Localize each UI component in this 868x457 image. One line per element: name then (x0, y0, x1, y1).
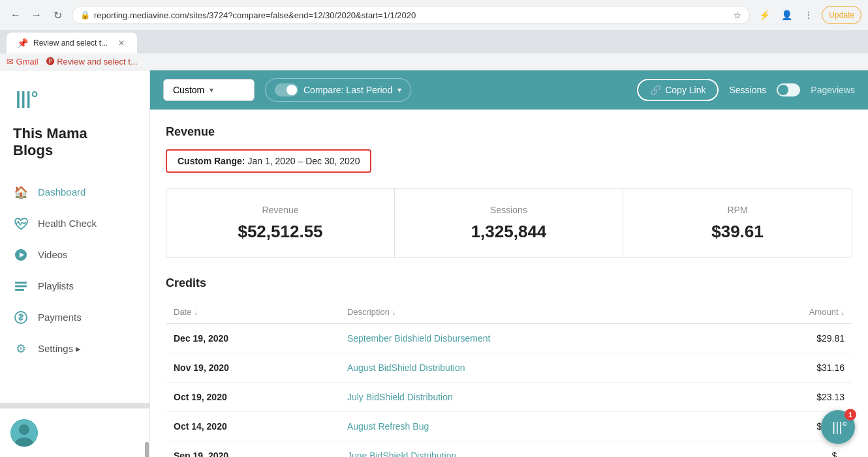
tab-close-button[interactable]: ✕ (118, 38, 125, 48)
scrollbar-thumb (145, 442, 149, 457)
logo-icon: |||° (13, 83, 42, 112)
cell-date-0: Dec 19, 2020 (166, 324, 339, 353)
refresh-button[interactable]: ↻ (48, 6, 67, 24)
address-bar[interactable]: 🔒 reporting.mediavine.com/sites/3724?com… (72, 6, 750, 24)
cell-desc-1[interactable]: August BidShield Distribution (339, 353, 728, 383)
date-range-badge-label: Custom Range: (178, 156, 245, 166)
sidebar-logo: |||° (0, 70, 149, 125)
pageviews-label: Pageviews (811, 85, 855, 95)
date-range-badge: Custom Range: Jan 1, 2020 – Dec 30, 2020 (166, 149, 371, 173)
cell-desc-3[interactable]: August Refresh Bug (339, 412, 728, 441)
browser-toolbar: ← → ↻ 🔒 reporting.mediavine.com/sites/37… (0, 0, 868, 30)
account-button[interactable]: 👤 (777, 6, 796, 24)
date-range-value: Custom (173, 85, 204, 95)
table-row: Oct 14, 2020 August Refresh Bug $17.44 (166, 412, 852, 441)
forward-button[interactable]: → (27, 6, 46, 24)
credits-table-body: Dec 19, 2020 September Bidshield Disburs… (166, 324, 852, 458)
stat-label-revenue: Revenue (182, 205, 379, 215)
sidebar-item-videos[interactable]: Videos (0, 239, 149, 271)
svg-rect-6 (15, 289, 24, 291)
sidebar-item-settings[interactable]: ⚙ Settings ▸ (0, 333, 149, 364)
stat-card-sessions: Sessions 1,325,844 (395, 189, 623, 258)
tab-favicon: 📌 (17, 38, 28, 48)
main-content: Custom ▾ Compare: Last Period ▾ 🔗 Copy L… (150, 70, 868, 457)
stats-grid: Revenue $52,512.55 Sessions 1,325,844 RP… (166, 188, 852, 258)
cell-desc-2[interactable]: July BidShield Distribution (339, 383, 728, 412)
star-icon[interactable]: ☆ (734, 10, 741, 20)
site-name: This Mama Blogs (13, 125, 136, 160)
col-header-description[interactable]: Description↓ (339, 301, 728, 324)
sidebar-item-dashboard[interactable]: 🏠 Dashboard (0, 177, 149, 208)
playlists-icon (13, 278, 29, 294)
sidebar: |||° This Mama Blogs 🏠 Dashboard Health … (0, 70, 150, 457)
stat-label-sessions: Sessions (411, 205, 607, 215)
stat-label-rpm: RPM (639, 205, 836, 215)
sidebar-item-settings-label: Settings ▸ (38, 343, 81, 355)
desc-sort-icon: ↓ (392, 308, 396, 316)
col-header-amount[interactable]: Amount↓ (728, 301, 852, 324)
lock-icon: 🔒 (80, 10, 90, 20)
chat-badge: 1 (845, 409, 856, 420)
avatar (10, 419, 38, 447)
sidebar-item-videos-label: Videos (38, 249, 68, 260)
cell-date-2: Oct 19, 2020 (166, 383, 339, 412)
compare-dropdown-arrow-icon: ▾ (397, 85, 401, 95)
bookmark-bar: ✉ Gmail 🅟 Review and select t... (0, 53, 868, 70)
health-check-icon (13, 216, 29, 231)
videos-icon (13, 247, 29, 263)
sidebar-item-playlists[interactable]: Playlists (0, 271, 149, 302)
pinterest-bookmark[interactable]: 🅟 Review and select t... (46, 57, 138, 66)
svg-text:|||°: |||° (16, 88, 39, 108)
chat-bubble[interactable]: |||° 1 (821, 410, 855, 444)
sessions-pageviews-toggle[interactable] (777, 83, 800, 96)
cell-desc-4[interactable]: June BidShield Distribution (339, 441, 728, 458)
sessions-label: Sessions (729, 85, 766, 95)
table-row: Dec 19, 2020 September Bidshield Disburs… (166, 324, 852, 353)
home-icon: 🏠 (13, 184, 29, 200)
cell-amount-1: $31.16 (728, 353, 852, 383)
date-range-dropdown[interactable]: Custom ▾ (163, 79, 255, 101)
browser-actions: ⚡ 👤 ⋮ Update (755, 6, 861, 24)
menu-button[interactable]: ⋮ (799, 6, 818, 24)
svg-rect-4 (15, 282, 27, 284)
sidebar-nav: 🏠 Dashboard Health Check Videos Playli (0, 170, 149, 403)
toggle-knob (287, 85, 297, 95)
content-area: Revenue Custom Range: Jan 1, 2020 – Dec … (150, 110, 868, 457)
dropdown-arrow-icon: ▾ (209, 85, 213, 95)
stat-value-sessions: 1,325,844 (411, 222, 607, 242)
compare-toggle[interactable] (275, 83, 298, 96)
svg-point-9 (19, 424, 29, 435)
back-button[interactable]: ← (7, 6, 25, 24)
nav-buttons: ← → ↻ (7, 6, 67, 24)
cell-date-3: Oct 14, 2020 (166, 412, 339, 441)
gmail-bookmark[interactable]: ✉ Gmail (7, 57, 39, 66)
scrollbar (0, 403, 149, 408)
copy-link-label: Copy Link (665, 85, 705, 95)
sidebar-item-payments-label: Payments (38, 312, 82, 323)
browser-chrome: ← → ↻ 🔒 reporting.mediavine.com/sites/37… (0, 0, 868, 70)
col-header-date[interactable]: Date↓ (166, 301, 339, 324)
credits-title: Credits (166, 276, 852, 290)
stat-card-revenue: Revenue $52,512.55 (166, 189, 395, 258)
stat-card-rpm: RPM $39.61 (623, 189, 852, 258)
copy-link-button[interactable]: 🔗 Copy Link (637, 79, 719, 101)
browser-tab-bar: 📌 Review and select t... ✕ (0, 30, 868, 53)
update-button[interactable]: Update (822, 6, 861, 24)
address-text: reporting.mediavine.com/sites/3724?compa… (94, 10, 730, 20)
site-name-container: This Mama Blogs (0, 125, 149, 170)
payments-icon (13, 310, 29, 325)
cell-date-4: Sep 19, 2020 (166, 441, 339, 458)
cell-date-1: Nov 19, 2020 (166, 353, 339, 383)
chat-icon: |||° (829, 419, 846, 435)
sidebar-item-health-check[interactable]: Health Check (0, 208, 149, 239)
credits-table: Date↓ Description↓ Amount↓ Dec 19, 2020 … (166, 301, 852, 457)
compare-dropdown[interactable]: Compare: Last Period ▾ (265, 78, 411, 102)
sidebar-item-dashboard-label: Dashboard (38, 186, 85, 198)
cell-desc-0[interactable]: September Bidshield Disbursement (339, 324, 728, 353)
extensions-button[interactable]: ⚡ (755, 6, 773, 24)
svg-text:|||°: |||° (832, 420, 846, 434)
sidebar-item-payments[interactable]: Payments (0, 302, 149, 333)
browser-tab[interactable]: 📌 Review and select t... ✕ (7, 33, 137, 53)
date-sort-icon: ↓ (194, 308, 198, 316)
tab-title: Review and select t... (33, 38, 108, 48)
